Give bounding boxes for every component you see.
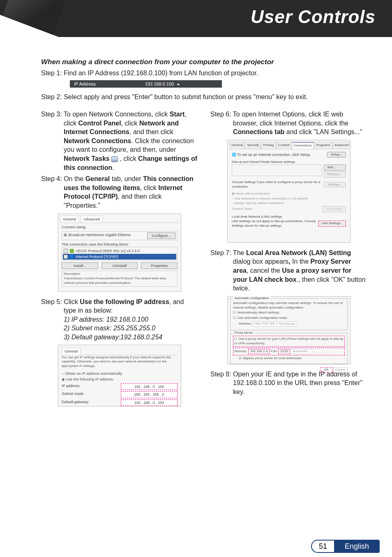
left-column: Step 3: To open Network Connections, cli… bbox=[41, 110, 198, 413]
lan-proxy-addr-label: Address: bbox=[234, 349, 247, 353]
io-tab-connections[interactable]: Connections bbox=[292, 142, 314, 149]
io-tab-privacy[interactable]: Privacy bbox=[261, 142, 276, 149]
io-r2[interactable]: ○ Dial whenever a network connection is … bbox=[232, 197, 346, 201]
np-tab-advanced[interactable]: Advanced bbox=[81, 216, 103, 223]
io-tab-programs[interactable]: Programs bbox=[314, 142, 332, 149]
s4c: , click bbox=[140, 184, 158, 191]
io-tab-security[interactable]: Security bbox=[245, 142, 261, 149]
ip-radio-auto[interactable]: ○ Obtain an IP address automatically bbox=[62, 371, 178, 376]
io-setup-button[interactable]: Setup... bbox=[327, 152, 346, 158]
io-r1[interactable]: ◉ Never dial a connection bbox=[232, 192, 346, 196]
kw-gen: General bbox=[85, 175, 110, 182]
s4a: Step 4: On the bbox=[41, 175, 85, 182]
io-tabs: General Security Privacy Content Connect… bbox=[229, 142, 348, 149]
np-install-button[interactable]: Install... bbox=[62, 262, 98, 269]
kw-ctab: Connections tab bbox=[233, 128, 284, 135]
s3f: , click bbox=[118, 155, 138, 162]
step-8: Step 8: Open your IE and type in the IP … bbox=[210, 370, 367, 397]
s5a: Step 5: Click bbox=[41, 298, 80, 305]
header: User Controls bbox=[0, 0, 392, 49]
lan-proxy-port-label: Port: bbox=[270, 349, 277, 353]
np-items-list[interactable]: ✓ 🟩 AEGIS Protocol (IEEE 802.1x) v3.1.6.… bbox=[62, 247, 178, 261]
ip-mask-field[interactable]: 255 . 255 . 255 . 0 bbox=[121, 391, 178, 398]
io-connections-list[interactable] bbox=[232, 165, 322, 176]
page-number: 51 bbox=[311, 540, 334, 553]
io-setdefault-button[interactable]: Set Default bbox=[322, 206, 346, 212]
ip-tab-general[interactable]: General bbox=[62, 348, 81, 355]
footer: 51 English bbox=[311, 540, 380, 553]
io-r3[interactable]: ○ Always dial my default connection bbox=[232, 201, 346, 206]
s7b: dialog box appears bbox=[233, 258, 288, 265]
s5-1: 1) IP address: 192.168.0.100 bbox=[64, 316, 148, 323]
kw-start: Start bbox=[170, 111, 184, 118]
ip-address-row: IP Address 192.168.0.100 ▸ bbox=[70, 80, 222, 88]
lan-proxy-port-field[interactable]: 3128 bbox=[278, 349, 290, 354]
io-settings-button[interactable]: Settings... bbox=[324, 182, 346, 188]
checkbox-icon[interactable]: ✓ bbox=[64, 249, 68, 253]
ip-r1: Obtain an IP address automatically bbox=[65, 371, 122, 376]
screenshot-network-properties: General Advanced Connect using: 🖧 Broadc… bbox=[58, 214, 181, 292]
np-adapter: Broadcom NetXtreme Gigabit Etherne bbox=[69, 233, 131, 237]
checkbox-icon[interactable]: ✓ bbox=[64, 255, 68, 259]
lan-auto-title: Automatic configuration bbox=[233, 296, 271, 301]
ip-gw-field[interactable]: 192 . 168 . 0 . 254 bbox=[121, 399, 178, 406]
io-tab-content[interactable]: Content bbox=[276, 142, 292, 149]
kw-ufip: Use the following IP address bbox=[80, 298, 169, 305]
s6b: and click "LAN Settings..." bbox=[284, 128, 362, 135]
np-item-aegis: AEGIS Protocol (IEEE 802.1x) v3.1.6.0 bbox=[76, 248, 140, 253]
lan-proxy-addr-field[interactable]: 192.168.1.4 bbox=[248, 349, 270, 354]
io-current-label: Current: bbox=[232, 207, 244, 211]
s5-2: 2) Subnet mask: 255.255.255.0 bbox=[64, 325, 155, 332]
ip-label: IP Address bbox=[74, 81, 96, 87]
io-add-button[interactable]: Add... bbox=[324, 165, 346, 171]
kw-cp: Control Panel bbox=[78, 120, 121, 127]
io-lan-settings-button[interactable]: LAN Settings... bbox=[318, 220, 346, 227]
s6a: Step 6: To open Internet Options, click … bbox=[210, 111, 348, 127]
lan-ok-button[interactable]: OK bbox=[320, 367, 332, 373]
ip-addr-field[interactable]: 192 . 168 . 0 . 100 bbox=[121, 383, 178, 390]
s5-3: 3) Default gateway:192.168.0.254 bbox=[64, 334, 162, 341]
screenshot-lan-settings: Automatic configuration Automatic config… bbox=[227, 296, 350, 364]
right-column: Step 6: To open Internet Options, click … bbox=[210, 110, 367, 413]
lan-script-addr-field[interactable]: http://192.168.1.4/proxy.pac bbox=[253, 321, 297, 327]
step-3: Step 3: To open Network Connections, cli… bbox=[41, 110, 198, 172]
io-dialup-label: Dial-up and Virtual Private Network sett… bbox=[232, 160, 346, 165]
io-lan-text: LAN Settings do not apply to dial-up con… bbox=[232, 219, 318, 228]
s3c: , click bbox=[121, 120, 139, 127]
step-4: Step 4: On the General tab, under This c… bbox=[41, 174, 198, 210]
kw-nt: Network Tasks bbox=[64, 155, 110, 162]
io-tab-advanced[interactable]: Advanced bbox=[332, 142, 351, 149]
np-desc-text: Transmission Control Protocol/Internet P… bbox=[64, 276, 175, 285]
s7c: In the bbox=[291, 258, 311, 265]
io-setup-text: To set up an Internet connection, click … bbox=[237, 153, 311, 157]
lan-advanced-button[interactable]: Advanced... bbox=[291, 349, 312, 354]
io-current-value: None bbox=[244, 207, 252, 211]
screenshot-ip-settings: General You can get IP settings assigned… bbox=[58, 345, 181, 406]
np-properties-button[interactable]: Properties bbox=[141, 262, 178, 269]
lan-script-addr-label: Address: bbox=[239, 322, 252, 325]
s3g: . bbox=[112, 164, 114, 171]
io-tab-general[interactable]: General bbox=[229, 142, 245, 149]
ip-r2: Use the following IP address: bbox=[66, 377, 114, 381]
np-configure-button[interactable]: Configure... bbox=[147, 232, 175, 239]
io-remove-button[interactable]: Remove... bbox=[324, 172, 346, 178]
arrow-right-icon: ▸ bbox=[178, 81, 180, 86]
lan-proxy-title: Proxy server bbox=[233, 331, 255, 335]
lan-cancel-button[interactable]: Cancel bbox=[333, 367, 348, 373]
lan-bypass[interactable]: ☑Bypass proxy server for local addresses bbox=[233, 356, 345, 361]
ip-help-text: You can get IP settings assigned automat… bbox=[62, 355, 178, 369]
kw-lan: Local Area Network (LAN) Setting bbox=[246, 249, 351, 256]
lan-auto-detect[interactable]: ☐Automatically detect settings bbox=[233, 311, 345, 315]
ip-radio-manual[interactable]: ◉ Use the following IP address: bbox=[62, 377, 178, 382]
np-tab-general[interactable]: General bbox=[60, 216, 79, 223]
lan-auto-script[interactable]: ☐Use automatic configuration script bbox=[233, 316, 345, 320]
step-2: Step 2: Select apply and press "Enter" b… bbox=[41, 93, 367, 102]
lan-proxy-check[interactable]: ☐Use a proxy server for your LAN (These … bbox=[233, 336, 345, 347]
lan-auto-text: Automatic configuration may override man… bbox=[233, 301, 345, 310]
language-badge: English bbox=[334, 540, 380, 553]
s3d: , and then click bbox=[129, 128, 173, 135]
io-choose-text: Choose Settings if you need to configure… bbox=[232, 180, 324, 189]
ip-value: 192.168.0.100 bbox=[145, 81, 174, 86]
np-uninstall-button[interactable]: Uninstall bbox=[101, 262, 138, 269]
s3a: Step 3: To open Network Connections, cli… bbox=[41, 111, 170, 118]
